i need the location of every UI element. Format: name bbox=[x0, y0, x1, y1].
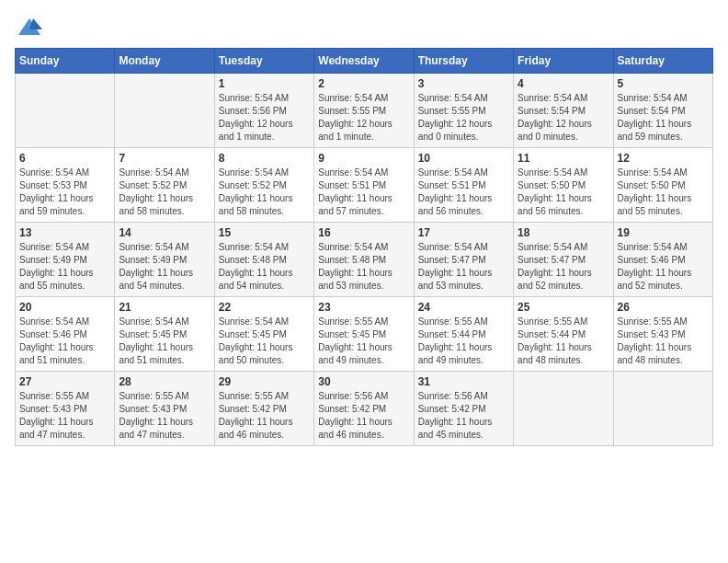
day-info: Sunrise: 5:55 AM Sunset: 5:45 PM Dayligh… bbox=[318, 316, 409, 367]
calendar-cell bbox=[16, 74, 115, 148]
calendar-cell: 7Sunrise: 5:54 AM Sunset: 5:52 PM Daylig… bbox=[115, 148, 214, 223]
day-info: Sunrise: 5:54 AM Sunset: 5:47 PM Dayligh… bbox=[418, 241, 509, 293]
calendar-cell: 1Sunrise: 5:54 AM Sunset: 5:56 PM Daylig… bbox=[214, 74, 313, 148]
day-number: 26 bbox=[618, 301, 709, 314]
calendar-cell bbox=[115, 74, 214, 148]
day-info: Sunrise: 5:55 AM Sunset: 5:43 PM Dayligh… bbox=[618, 316, 709, 367]
day-number: 14 bbox=[119, 226, 210, 239]
logo-icon bbox=[17, 15, 42, 40]
day-info: Sunrise: 5:54 AM Sunset: 5:48 PM Dayligh… bbox=[318, 241, 409, 293]
day-header-tuesday: Tuesday bbox=[214, 49, 313, 74]
day-number: 5 bbox=[618, 77, 709, 90]
calendar-cell: 11Sunrise: 5:54 AM Sunset: 5:50 PM Dayli… bbox=[514, 148, 613, 223]
day-info: Sunrise: 5:56 AM Sunset: 5:42 PM Dayligh… bbox=[418, 390, 509, 442]
calendar-cell: 22Sunrise: 5:54 AM Sunset: 5:45 PM Dayli… bbox=[214, 297, 313, 372]
calendar-cell: 13Sunrise: 5:54 AM Sunset: 5:49 PM Dayli… bbox=[16, 223, 115, 297]
day-info: Sunrise: 5:54 AM Sunset: 5:48 PM Dayligh… bbox=[219, 241, 310, 293]
calendar-cell: 18Sunrise: 5:54 AM Sunset: 5:47 PM Dayli… bbox=[514, 223, 613, 297]
page-header bbox=[15, 15, 713, 40]
calendar-cell: 28Sunrise: 5:55 AM Sunset: 5:43 PM Dayli… bbox=[115, 372, 214, 446]
day-number: 1 bbox=[219, 77, 310, 90]
calendar-cell: 5Sunrise: 5:54 AM Sunset: 5:54 PM Daylig… bbox=[613, 74, 712, 148]
day-header-monday: Monday bbox=[115, 49, 214, 74]
calendar-cell: 27Sunrise: 5:55 AM Sunset: 5:43 PM Dayli… bbox=[16, 372, 115, 446]
day-info: Sunrise: 5:54 AM Sunset: 5:49 PM Dayligh… bbox=[19, 241, 110, 293]
day-info: Sunrise: 5:54 AM Sunset: 5:51 PM Dayligh… bbox=[418, 167, 509, 218]
calendar-cell: 17Sunrise: 5:54 AM Sunset: 5:47 PM Dayli… bbox=[414, 223, 513, 297]
day-number: 31 bbox=[418, 375, 509, 388]
day-info: Sunrise: 5:54 AM Sunset: 5:52 PM Dayligh… bbox=[219, 167, 310, 218]
calendar-header: SundayMondayTuesdayWednesdayThursdayFrid… bbox=[16, 49, 713, 74]
day-info: Sunrise: 5:55 AM Sunset: 5:44 PM Dayligh… bbox=[518, 316, 609, 367]
day-info: Sunrise: 5:54 AM Sunset: 5:46 PM Dayligh… bbox=[19, 316, 110, 367]
day-number: 20 bbox=[19, 301, 110, 314]
day-number: 22 bbox=[219, 301, 310, 314]
calendar-cell: 23Sunrise: 5:55 AM Sunset: 5:45 PM Dayli… bbox=[314, 297, 414, 372]
day-header-wednesday: Wednesday bbox=[314, 49, 414, 74]
day-number: 23 bbox=[318, 301, 409, 314]
day-info: Sunrise: 5:54 AM Sunset: 5:50 PM Dayligh… bbox=[518, 167, 609, 218]
calendar-cell bbox=[514, 372, 613, 446]
day-number: 12 bbox=[618, 152, 709, 165]
day-number: 13 bbox=[19, 226, 110, 239]
day-info: Sunrise: 5:55 AM Sunset: 5:43 PM Dayligh… bbox=[19, 390, 110, 442]
day-number: 11 bbox=[518, 152, 609, 165]
calendar-cell: 2Sunrise: 5:54 AM Sunset: 5:55 PM Daylig… bbox=[314, 74, 414, 148]
calendar-cell: 16Sunrise: 5:54 AM Sunset: 5:48 PM Dayli… bbox=[314, 223, 414, 297]
day-info: Sunrise: 5:54 AM Sunset: 5:55 PM Dayligh… bbox=[318, 92, 409, 144]
day-header-sunday: Sunday bbox=[16, 49, 115, 74]
day-number: 8 bbox=[219, 152, 310, 165]
calendar-cell: 26Sunrise: 5:55 AM Sunset: 5:43 PM Dayli… bbox=[613, 297, 712, 372]
calendar-cell: 31Sunrise: 5:56 AM Sunset: 5:42 PM Dayli… bbox=[414, 372, 513, 446]
svg-marker-1 bbox=[29, 18, 42, 29]
calendar-week-row: 1Sunrise: 5:54 AM Sunset: 5:56 PM Daylig… bbox=[16, 74, 713, 148]
day-info: Sunrise: 5:54 AM Sunset: 5:45 PM Dayligh… bbox=[219, 316, 310, 367]
day-number: 18 bbox=[518, 226, 609, 239]
day-info: Sunrise: 5:55 AM Sunset: 5:43 PM Dayligh… bbox=[119, 390, 210, 442]
calendar-cell: 6Sunrise: 5:54 AM Sunset: 5:53 PM Daylig… bbox=[16, 148, 115, 223]
calendar-cell: 21Sunrise: 5:54 AM Sunset: 5:45 PM Dayli… bbox=[115, 297, 214, 372]
day-number: 19 bbox=[618, 226, 709, 239]
day-info: Sunrise: 5:54 AM Sunset: 5:46 PM Dayligh… bbox=[618, 241, 709, 293]
day-number: 7 bbox=[119, 152, 210, 165]
day-number: 16 bbox=[318, 226, 409, 239]
day-number: 9 bbox=[318, 152, 409, 165]
day-header-thursday: Thursday bbox=[414, 49, 513, 74]
calendar-cell: 14Sunrise: 5:54 AM Sunset: 5:49 PM Dayli… bbox=[115, 223, 214, 297]
calendar-cell: 30Sunrise: 5:56 AM Sunset: 5:42 PM Dayli… bbox=[314, 372, 414, 446]
calendar-cell: 19Sunrise: 5:54 AM Sunset: 5:46 PM Dayli… bbox=[613, 223, 712, 297]
day-header-friday: Friday bbox=[514, 49, 613, 74]
calendar-cell: 24Sunrise: 5:55 AM Sunset: 5:44 PM Dayli… bbox=[414, 297, 513, 372]
day-number: 6 bbox=[19, 152, 110, 165]
day-number: 29 bbox=[219, 375, 310, 388]
day-number: 4 bbox=[518, 77, 609, 90]
day-number: 17 bbox=[418, 226, 509, 239]
day-info: Sunrise: 5:54 AM Sunset: 5:55 PM Dayligh… bbox=[418, 92, 509, 144]
day-number: 15 bbox=[219, 226, 310, 239]
calendar-cell: 20Sunrise: 5:54 AM Sunset: 5:46 PM Dayli… bbox=[16, 297, 115, 372]
day-info: Sunrise: 5:54 AM Sunset: 5:56 PM Dayligh… bbox=[219, 92, 310, 144]
day-header-saturday: Saturday bbox=[613, 49, 712, 74]
calendar-cell: 25Sunrise: 5:55 AM Sunset: 5:44 PM Dayli… bbox=[514, 297, 613, 372]
calendar-cell: 4Sunrise: 5:54 AM Sunset: 5:54 PM Daylig… bbox=[514, 74, 613, 148]
day-number: 30 bbox=[318, 375, 409, 388]
calendar-week-row: 6Sunrise: 5:54 AM Sunset: 5:53 PM Daylig… bbox=[16, 148, 713, 223]
calendar-week-row: 13Sunrise: 5:54 AM Sunset: 5:49 PM Dayli… bbox=[16, 223, 713, 297]
calendar-cell: 15Sunrise: 5:54 AM Sunset: 5:48 PM Dayli… bbox=[214, 223, 313, 297]
day-info: Sunrise: 5:54 AM Sunset: 5:51 PM Dayligh… bbox=[318, 167, 409, 218]
day-info: Sunrise: 5:56 AM Sunset: 5:42 PM Dayligh… bbox=[318, 390, 409, 442]
day-info: Sunrise: 5:55 AM Sunset: 5:42 PM Dayligh… bbox=[219, 390, 310, 442]
day-number: 28 bbox=[119, 375, 210, 388]
day-number: 10 bbox=[418, 152, 509, 165]
day-info: Sunrise: 5:54 AM Sunset: 5:49 PM Dayligh… bbox=[119, 241, 210, 293]
logo bbox=[15, 15, 42, 40]
calendar-cell: 10Sunrise: 5:54 AM Sunset: 5:51 PM Dayli… bbox=[414, 148, 513, 223]
calendar-cell bbox=[613, 372, 712, 446]
day-number: 25 bbox=[518, 301, 609, 314]
day-info: Sunrise: 5:54 AM Sunset: 5:54 PM Dayligh… bbox=[618, 92, 709, 144]
day-info: Sunrise: 5:54 AM Sunset: 5:54 PM Dayligh… bbox=[518, 92, 609, 144]
day-info: Sunrise: 5:55 AM Sunset: 5:44 PM Dayligh… bbox=[418, 316, 509, 367]
day-info: Sunrise: 5:54 AM Sunset: 5:53 PM Dayligh… bbox=[19, 167, 110, 218]
day-info: Sunrise: 5:54 AM Sunset: 5:47 PM Dayligh… bbox=[518, 241, 609, 293]
calendar-cell: 12Sunrise: 5:54 AM Sunset: 5:50 PM Dayli… bbox=[613, 148, 712, 223]
